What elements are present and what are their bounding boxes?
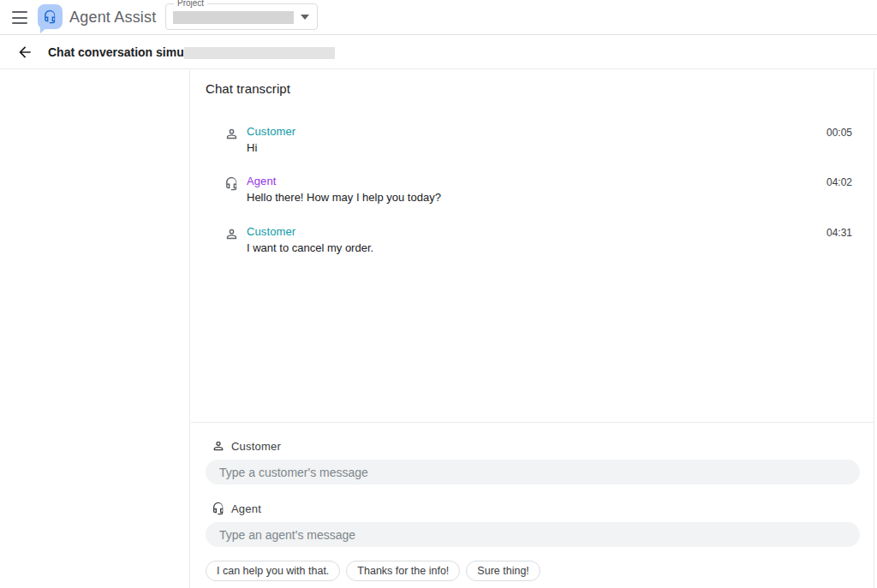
customer-input-label-row: Customer: [212, 439, 281, 453]
chat-message: Customer 04:31 I want to cancel my order…: [224, 225, 852, 254]
product-title: Agent Assist: [69, 6, 156, 29]
agent-input-label-row: Agent: [212, 502, 261, 515]
person-icon: [224, 127, 239, 141]
chat-message: Agent 04:02 Hello there! How may I help …: [224, 175, 852, 204]
agent-input-label: Agent: [231, 502, 261, 515]
message-composer: Customer Agent I can help you with that.…: [191, 422, 874, 588]
agent-message-input[interactable]: [206, 522, 860, 547]
message-timestamp: 04:31: [826, 227, 852, 239]
project-select-label: Project: [174, 0, 207, 8]
menu-icon[interactable]: [10, 9, 29, 26]
suggestion-chip[interactable]: Thanks for the info!: [346, 561, 460, 581]
message-text: I want to cancel my order.: [247, 241, 852, 254]
message-role: Customer: [247, 125, 852, 138]
caret-down-icon: [301, 15, 309, 20]
chat-message: Customer 00:05 Hi: [224, 125, 852, 154]
person-icon: [212, 439, 225, 453]
headset-icon: [212, 502, 225, 515]
project-value-redacted: [173, 11, 294, 24]
agent-assist-logo-icon: [38, 4, 63, 29]
person-icon: [224, 227, 239, 241]
message-role: Agent: [247, 175, 852, 187]
message-text: Hello there! How may I help you today?: [247, 191, 852, 204]
top-app-bar: Agent Assist Project: [0, 0, 877, 35]
message-timestamp: 04:02: [826, 176, 852, 188]
transcript-heading: Chat transcript: [206, 81, 290, 96]
agent-assist-app: Agent Assist Project Chat conversation s…: [0, 0, 877, 588]
back-arrow-icon[interactable]: [16, 44, 35, 62]
project-select[interactable]: Project: [165, 3, 318, 30]
message-text: Hi: [247, 141, 852, 154]
headset-icon: [224, 176, 239, 191]
message-timestamp: 00:05: [826, 127, 852, 139]
suggestion-chip[interactable]: I can help you with that.: [206, 561, 340, 581]
suggestion-chips: I can help you with that. Thanks for the…: [206, 561, 540, 581]
simulator-panel: Chat transcript Customer 00:05 Hi Agent …: [191, 70, 874, 588]
customer-message-input[interactable]: [206, 460, 860, 484]
suggestion-chip[interactable]: Sure thing!: [466, 561, 540, 581]
message-role: Customer: [247, 225, 852, 238]
customer-input-label: Customer: [231, 440, 281, 453]
page-header: Chat conversation simulator:: [0, 36, 877, 69]
left-panel: [0, 70, 190, 588]
profile-name-redacted: [184, 47, 335, 59]
